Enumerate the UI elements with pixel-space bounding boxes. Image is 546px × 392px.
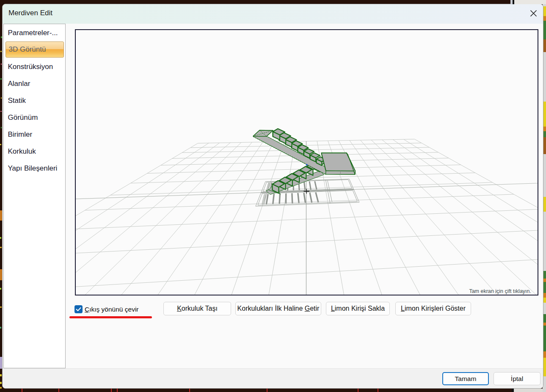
svg-text:Tam ekran için çift tıklayın.: Tam ekran için çift tıklayın. [469,288,531,294]
